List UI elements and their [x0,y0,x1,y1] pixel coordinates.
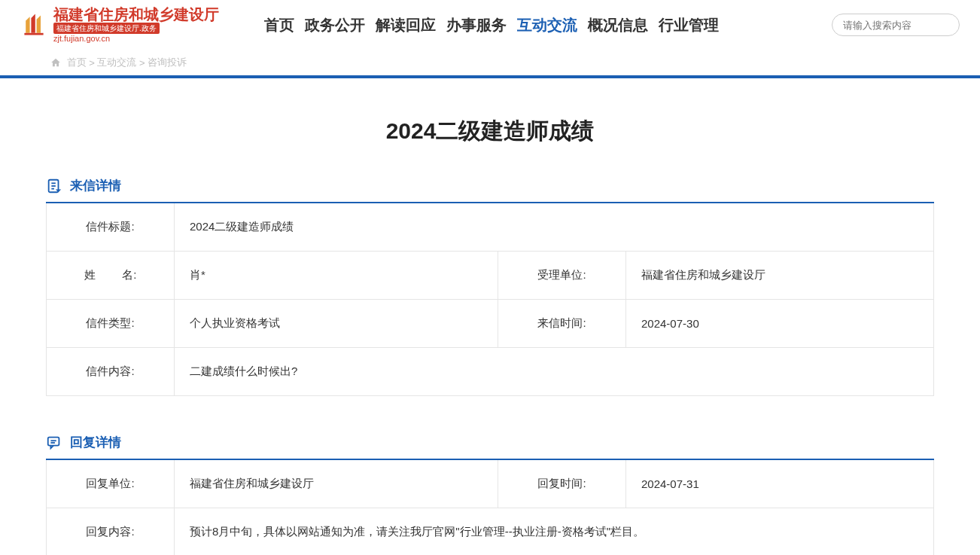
value-letter-name: 肖* [175,252,498,300]
search-box [832,14,960,36]
value-letter-dept: 福建省住房和城乡建设厅 [626,252,934,300]
logo-icon [20,11,47,38]
chat-icon [46,435,62,451]
value-letter-type: 个人执业资格考试 [175,300,498,348]
label-letter-title: 信件标题: [47,203,175,252]
table-row: 回复内容: 预计8月中旬，具体以网站通知为准，请关注我厅官网"行业管理--执业注… [47,508,934,555]
breadcrumb-level2[interactable]: 咨询投诉 [148,56,187,68]
nav-item-2[interactable]: 解读回应 [376,15,436,35]
search-input[interactable] [843,20,969,31]
table-row: 信件标题: 2024二级建造师成绩 [47,203,934,252]
page-title: 2024二级建造师成绩 [46,93,934,177]
site-url: zjt.fujian.gov.cn [53,34,219,44]
nav-item-1[interactable]: 政务公开 [305,15,365,35]
nav-item-5[interactable]: 概况信息 [588,15,648,35]
label-letter-name: 姓 名: [47,252,175,300]
value-letter-content: 二建成绩什么时候出? [175,348,934,396]
main-content: 2024二级建造师成绩 来信详情 信件标题: 2024二级建造师成绩 姓 名: … [16,78,964,555]
site-title: 福建省住房和城乡建设厅 [53,6,219,23]
value-reply-content: 预计8月中旬，具体以网站通知为准，请关注我厅官网"行业管理--执业注册-资格考试… [175,508,934,555]
breadcrumb-home[interactable]: 首页 [67,56,87,68]
value-letter-time: 2024-07-30 [626,300,934,348]
reply-detail-table: 回复单位: 福建省住房和城乡建设厅 回复时间: 2024-07-31 回复内容:… [46,459,934,555]
logo-group[interactable]: 福建省住房和城乡建设厅 福建省住房和城乡建设厅.政务 zjt.fujian.go… [20,6,219,44]
label-letter-time: 来信时间: [498,300,626,348]
reply-section-title: 回复详情 [70,434,121,451]
document-icon [46,178,62,194]
label-reply-dept: 回复单位: [47,459,175,508]
nav-item-3[interactable]: 办事服务 [446,15,507,35]
home-icon [50,57,61,68]
header: 福建省住房和城乡建设厅 福建省住房和城乡建设厅.政务 zjt.fujian.go… [0,0,980,78]
value-letter-title: 2024二级建造师成绩 [175,203,934,252]
nav-item-6[interactable]: 行业管理 [659,15,719,35]
main-nav: 首页政务公开解读回应办事服务互动交流概况信息行业管理 [264,15,719,35]
breadcrumb: 首页 > 互动交流 > 咨询投诉 [8,50,972,75]
svg-rect-0 [24,33,43,35]
value-reply-time: 2024-07-31 [626,459,934,508]
label-reply-content: 回复内容: [47,508,175,555]
letter-detail-table: 信件标题: 2024二级建造师成绩 姓 名: 肖* 受理单位: 福建省住房和城乡… [46,202,934,396]
table-row: 回复单位: 福建省住房和城乡建设厅 回复时间: 2024-07-31 [47,459,934,508]
letter-section-title: 来信详情 [70,177,121,194]
nav-item-0[interactable]: 首页 [264,15,294,35]
nav-item-4[interactable]: 互动交流 [517,15,577,35]
svg-rect-7 [48,437,59,445]
label-letter-dept: 受理单位: [498,252,626,300]
breadcrumb-level1[interactable]: 互动交流 [97,56,136,68]
value-reply-dept: 福建省住房和城乡建设厅 [175,459,498,508]
table-row: 姓 名: 肖* 受理单位: 福建省住房和城乡建设厅 [47,252,934,300]
table-row: 信件内容: 二建成绩什么时候出? [47,348,934,396]
label-letter-type: 信件类型: [47,300,175,348]
table-row: 信件类型: 个人执业资格考试 来信时间: 2024-07-30 [47,300,934,348]
reply-section-header: 回复详情 [46,434,934,451]
label-reply-time: 回复时间: [498,459,626,508]
letter-section-header: 来信详情 [46,177,934,194]
label-letter-content: 信件内容: [47,348,175,396]
site-subtitle: 福建省住房和城乡建设厅.政务 [53,23,160,34]
